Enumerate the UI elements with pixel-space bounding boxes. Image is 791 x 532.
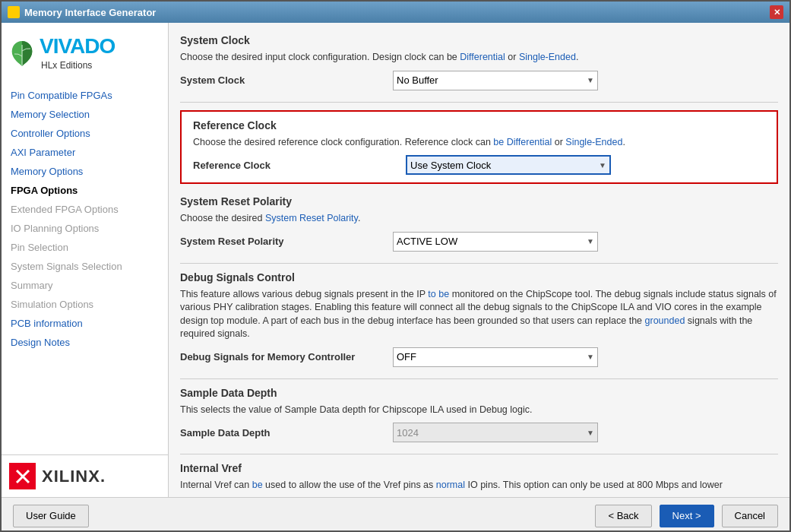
user-guide-button[interactable]: User Guide <box>13 505 89 527</box>
debug-signals-dropdown-arrow: ▼ <box>587 353 594 361</box>
xilinx-logo: XILINX. <box>9 463 160 489</box>
window-title: Memory Interface Generator <box>24 7 156 18</box>
internal-vref-section: Internal Vref Internal Vref can be used … <box>180 462 778 492</box>
reference-clock-box: Reference Clock Choose the desired refer… <box>180 110 778 185</box>
divider-4 <box>180 454 778 454</box>
vivado-logo: VIVADO HLx Editions <box>9 34 160 71</box>
reference-clock-dropdown-arrow: ▼ <box>599 161 606 169</box>
sidebar-bottom: XILINX. <box>2 454 168 497</box>
sidebar-item-extended-fpga: Extended FPGA Options <box>2 200 168 219</box>
sample-data-row: Sample Data Depth 1024 ▼ <box>180 423 778 442</box>
divider-2 <box>180 263 778 264</box>
sidebar-item-design-notes[interactable]: Design Notes <box>2 333 168 352</box>
debug-signals-header: Debug Signals Control <box>180 271 778 283</box>
sidebar-item-fpga-options[interactable]: FPGA Options <box>2 181 168 200</box>
system-clock-label: System Clock <box>180 74 393 86</box>
debug-signals-section: Debug Signals Control This feature allow… <box>180 271 778 367</box>
sidebar-item-axi-parameter[interactable]: AXI Parameter <box>2 143 168 162</box>
reference-clock-header: Reference Clock <box>193 119 765 131</box>
debug-signals-row: Debug Signals for Memory Controller OFF … <box>180 347 778 367</box>
cancel-button[interactable]: Cancel <box>722 505 778 527</box>
xilinx-x-icon <box>9 463 36 489</box>
sidebar-item-system-signals: System Signals Selection <box>2 257 168 276</box>
system-reset-dropdown-arrow: ▼ <box>587 237 594 245</box>
system-reset-desc: Choose the desired System Reset Polarity… <box>180 212 778 226</box>
hlx-text: HLx Editions <box>40 60 115 71</box>
sidebar-item-summary: Summary <box>2 276 168 295</box>
system-reset-header: System Reset Polarity <box>180 195 778 207</box>
footer: User Guide < Back Next > Cancel <box>2 497 789 532</box>
reference-clock-row: Reference Clock Use System Clock ▼ <box>193 155 765 175</box>
close-button[interactable]: ✕ <box>770 5 783 19</box>
sample-data-select: 1024 ▼ <box>393 423 598 442</box>
divider-1 <box>180 102 778 103</box>
title-bar: Memory Interface Generator ✕ <box>2 2 789 23</box>
sidebar-item-memory-selection[interactable]: Memory Selection <box>2 105 168 124</box>
sample-data-value: 1024 <box>397 427 419 439</box>
divider-3 <box>180 378 778 379</box>
debug-signals-label: Debug Signals for Memory Controller <box>180 351 393 363</box>
sample-data-section: Sample Data Depth This selects the value… <box>180 387 778 443</box>
app-icon <box>8 6 20 18</box>
next-button[interactable]: Next > <box>660 505 714 527</box>
sidebar-item-pin-selection: Pin Selection <box>2 238 168 257</box>
sidebar-item-pin-compatible[interactable]: Pin Compatible FPGAs <box>2 86 168 105</box>
system-reset-label: System Reset Polarity <box>180 236 393 247</box>
content-area[interactable]: System Clock Choose the desired input cl… <box>169 23 789 497</box>
system-reset-select[interactable]: ACTIVE LOW ▼ <box>393 232 598 252</box>
system-clock-select[interactable]: No Buffer ▼ <box>393 71 598 90</box>
back-button[interactable]: < Back <box>595 505 651 527</box>
system-clock-header: System Clock <box>180 34 778 46</box>
sidebar-item-io-planning: IO Planning Options <box>2 219 168 238</box>
system-reset-section: System Reset Polarity Choose the desired… <box>180 195 778 252</box>
system-clock-section: System Clock Choose the desired input cl… <box>180 34 778 90</box>
system-clock-value: No Buffer <box>397 74 438 86</box>
reference-clock-desc: Choose the desired reference clock confi… <box>193 136 765 150</box>
content-inner: System Clock Choose the desired input cl… <box>180 34 778 492</box>
reference-clock-value: Use System Clock <box>410 160 491 171</box>
sample-data-label: Sample Data Depth <box>180 427 393 439</box>
main-layout: VIVADO HLx Editions Pin Compatible FPGAs… <box>2 23 789 497</box>
sample-data-header: Sample Data Depth <box>180 387 778 399</box>
internal-vref-header: Internal Vref <box>180 462 778 474</box>
vivado-leaf-icon <box>9 37 36 68</box>
system-clock-dropdown-arrow: ▼ <box>587 76 594 84</box>
vivado-text: VIVADO <box>40 34 115 59</box>
reference-clock-select[interactable]: Use System Clock ▼ <box>406 155 611 175</box>
xilinx-text: XILINX. <box>42 467 106 486</box>
reference-clock-label: Reference Clock <box>193 160 406 171</box>
sidebar-item-controller-options[interactable]: Controller Options <box>2 124 168 143</box>
sidebar: VIVADO HLx Editions Pin Compatible FPGAs… <box>2 23 169 497</box>
sample-data-desc: This selects the value of Sample Data de… <box>180 404 778 417</box>
system-clock-desc: Choose the desired input clock configura… <box>180 51 778 65</box>
debug-signals-value: OFF <box>397 351 416 363</box>
debug-signals-desc: This feature allows various debug signal… <box>180 288 778 341</box>
internal-vref-desc: Internal Vref can be used to allow the u… <box>180 479 778 492</box>
sidebar-item-simulation-options: Simulation Options <box>2 295 168 314</box>
sidebar-item-pcb-information[interactable]: PCB information <box>2 314 168 333</box>
system-reset-row: System Reset Polarity ACTIVE LOW ▼ <box>180 232 778 252</box>
sample-data-dropdown-arrow: ▼ <box>587 429 594 437</box>
sidebar-logo: VIVADO HLx Editions <box>2 23 168 82</box>
system-reset-value: ACTIVE LOW <box>397 236 457 247</box>
sidebar-nav: Pin Compatible FPGAs Memory Selection Co… <box>2 82 168 454</box>
sidebar-item-memory-options[interactable]: Memory Options <box>2 162 168 181</box>
system-clock-row: System Clock No Buffer ▼ <box>180 71 778 90</box>
debug-signals-select[interactable]: OFF ▼ <box>393 347 598 367</box>
